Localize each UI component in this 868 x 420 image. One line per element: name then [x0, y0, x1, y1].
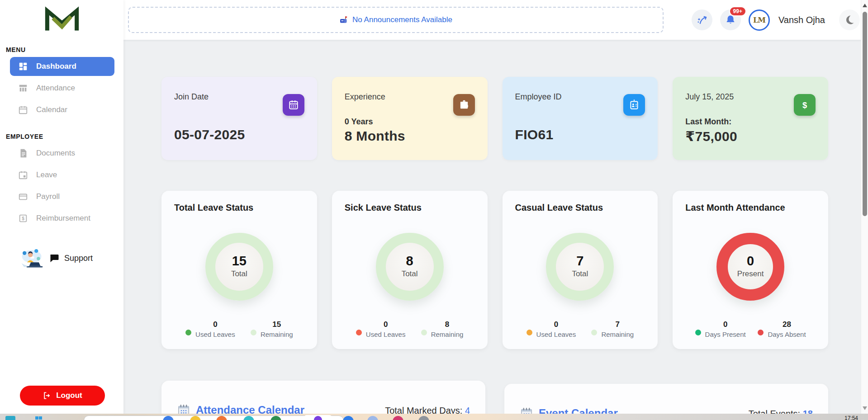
taskbar-app-icon[interactable] [393, 416, 403, 420]
donut-center-value: 8 [406, 255, 413, 268]
legend-label: Days Absent [768, 330, 806, 338]
dollar-square-icon: $ [18, 213, 28, 223]
sparkle-arrow-icon [696, 14, 708, 26]
taskbar-active-app[interactable] [304, 415, 332, 420]
legend-used-leaves: 0 Used Leaves [356, 320, 406, 338]
stat-subvalue: 0 Years [345, 117, 475, 127]
vertical-scrollbar[interactable] [861, 0, 868, 414]
id-badge-icon [623, 94, 645, 116]
event-calendar-card: Event Calendar Total Events: 18 [504, 384, 828, 414]
legend-value: 0 [554, 320, 558, 329]
sidebar: MENU Dashboard Attendance Calendar EMPLO… [0, 0, 123, 414]
leave-cards-row: Total Leave Status 15 Total 0 Used Lea [161, 191, 828, 349]
user-avatar[interactable]: LM [749, 9, 770, 31]
notification-badge: 99+ [729, 6, 746, 16]
legend-remaining: 15 Remaining [251, 320, 293, 338]
taskbar-widget-icon[interactable] [5, 416, 15, 420]
logout-button[interactable]: Logout [20, 386, 105, 406]
card-title: Total Leave Status [174, 203, 304, 213]
app-window: MENU Dashboard Attendance Calendar EMPLO… [0, 0, 868, 414]
logout-label: Logout [56, 391, 82, 400]
stat-value: ₹75,000 [685, 128, 816, 144]
legend-value: 0 [723, 320, 727, 329]
legend-dot [185, 330, 191, 335]
sidebar-item-documents[interactable]: Documents [10, 144, 114, 163]
legend-used-leaves: 0 Used Leaves [526, 320, 576, 338]
last-month-attendance-card: Last Month Attendance 0 Present 0 Days [673, 191, 828, 349]
taskbar-clock[interactable]: 17:54 [844, 415, 858, 420]
legend-days-present: 0 Days Present [695, 320, 746, 338]
legend-dot [251, 330, 256, 335]
donut-center-label: Total [402, 269, 418, 278]
sick-leave-donut: 8 Total [376, 233, 444, 301]
stat-value: 05-07-2025 [174, 127, 304, 142]
casual-leave-card: Casual Leave Status 7 Total 0 Used Lea [503, 191, 658, 349]
sidebar-item-label: Leave [36, 170, 57, 179]
legend-used-leaves: 0 Used Leaves [185, 320, 235, 338]
legend-label: Remaining [601, 330, 634, 338]
sick-leave-card: Sick Leave Status 8 Total 0 Used Leave [332, 191, 488, 349]
stat-card-experience: Experience 0 Years 8 Months [332, 77, 488, 160]
legend-dot [526, 330, 532, 335]
stat-cards-row: Join Date 05-07-2025 Experience 0 Years … [161, 77, 828, 160]
legend-value: 15 [272, 320, 281, 329]
legend-label: Used Leaves [536, 330, 576, 338]
card-title: Event Calendar [539, 407, 618, 414]
calendar-leave-icon [18, 170, 28, 180]
casual-leave-donut: 7 Total [546, 233, 614, 301]
scrollbar-up-arrow[interactable] [863, 4, 867, 7]
logo-m-icon [43, 6, 81, 33]
dollar-icon: $ [794, 94, 816, 116]
stat-card-salary: July 15, 2025 $ Last Month: ₹75,000 [673, 77, 828, 160]
logout-icon [43, 391, 52, 400]
legend-dot [356, 330, 362, 335]
company-logo [0, 0, 123, 33]
sidebar-item-label: Documents [36, 149, 75, 158]
stat-subvalue: Last Month: [685, 117, 816, 127]
donut-center-label: Total [231, 269, 247, 278]
card-title: Attendance Calendar [196, 404, 304, 414]
main-area: No Announcements Available [123, 0, 868, 414]
legend-label: Days Present [705, 330, 746, 338]
calendar-badge-icon [283, 94, 304, 116]
sidebar-item-support[interactable]: Support [19, 248, 123, 269]
scrollbar-thumb[interactable] [863, 12, 867, 216]
employee-section-header: EMPLOYEE [6, 133, 123, 140]
quick-switch-button[interactable] [692, 9, 712, 30]
legend-value: 28 [783, 320, 791, 329]
windows-start-icon[interactable] [35, 416, 42, 420]
announcement-banner: No Announcements Available [128, 7, 664, 33]
taskbar-app-icon[interactable] [418, 416, 429, 420]
sidebar-item-calendar[interactable]: Calendar [10, 100, 114, 119]
taskbar-app-icon[interactable] [367, 416, 378, 420]
events-summary: Total Events: 18 [749, 409, 813, 414]
wallet-icon [18, 192, 28, 202]
sidebar-item-dashboard[interactable]: Dashboard [10, 57, 114, 76]
legend-dot [421, 330, 427, 335]
announcement-text: No Announcements Available [352, 15, 452, 24]
card-title: Casual Leave Status [515, 203, 645, 213]
dashboard-content: Join Date 05-07-2025 Experience 0 Years … [123, 40, 868, 414]
stat-value: 8 Months [345, 128, 475, 144]
dark-mode-toggle[interactable] [839, 9, 860, 30]
scrollbar-down-arrow[interactable] [863, 406, 867, 410]
spiral-calendar-icon [177, 403, 190, 414]
taskbar-app-icon[interactable] [343, 416, 354, 420]
sidebar-item-payroll[interactable]: Payroll [10, 187, 114, 206]
sidebar-item-reimbursement[interactable]: $ Reimbursement [10, 209, 114, 228]
calendar-cards-row: Attendance Calendar Total Marked Days: 4… [161, 381, 828, 414]
document-icon [18, 148, 28, 158]
calendar-icon [18, 105, 28, 115]
windows-taskbar[interactable]: 17:54 [0, 414, 868, 420]
attendance-donut: 0 Present [716, 233, 784, 301]
user-name: Vansh Ojha [778, 15, 825, 25]
sidebar-item-leave[interactable]: Leave [10, 165, 114, 184]
legend-value: 0 [384, 320, 388, 329]
attendance-icon [18, 83, 28, 93]
notifications-button[interactable]: 99+ [720, 9, 741, 30]
legend-value: 8 [445, 320, 449, 329]
legend-label: Used Leaves [195, 330, 235, 338]
summary-label: Total Marked Days: [385, 406, 462, 414]
attendance-calendar-card: Attendance Calendar Total Marked Days: 4 [161, 381, 485, 414]
sidebar-item-attendance[interactable]: Attendance [10, 79, 114, 98]
